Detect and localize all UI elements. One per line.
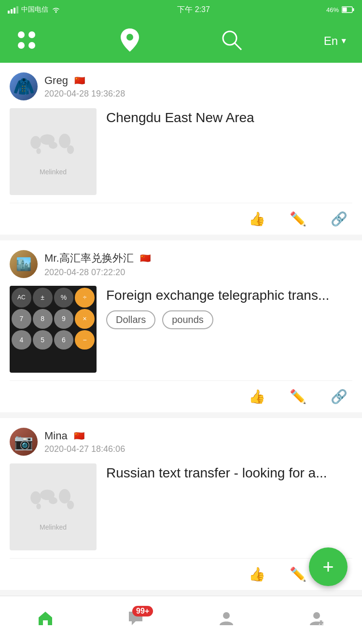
avatar-image: 🧥 [13, 76, 35, 97]
comment-button[interactable]: ✏️ [290, 566, 306, 582]
svg-point-10 [18, 42, 25, 49]
post-title: Russian text transfer - looking for a... [106, 463, 352, 482]
avatar: 🏙️ [10, 250, 38, 278]
nav-profile-settings[interactable] [308, 610, 325, 631]
svg-point-13 [223, 31, 237, 45]
home-icon [37, 610, 54, 631]
svg-point-27 [223, 612, 230, 619]
post-time: 2020-04-28 19:36:28 [44, 89, 352, 99]
post-item: 🧥 Greg 🇨🇳 2020-04-28 19:36:28 [0, 63, 362, 235]
post-text-area: Chengdu East New Area [106, 108, 352, 127]
like-button[interactable]: 👍 [249, 389, 265, 405]
tag-dollars[interactable]: Dollars [106, 310, 155, 329]
create-post-fab[interactable]: + [309, 547, 348, 586]
svg-point-9 [28, 31, 35, 38]
calc-key: ± [33, 288, 53, 308]
svg-point-25 [67, 501, 74, 509]
post-content: Melinked Russian text transfer - looking… [10, 463, 352, 550]
svg-point-20 [36, 148, 41, 154]
avatar-image: 🏙️ [16, 257, 31, 272]
svg-rect-6 [353, 8, 354, 11]
post-thumbnail: AC ± % ÷ 7 8 9 × 4 5 6 − [10, 286, 97, 373]
message-badge: 99+ [132, 606, 153, 616]
post-content: Melinked Chengdu East New Area [10, 108, 352, 195]
post-text-area: Foreign exchange telegraphic trans... Do… [106, 286, 352, 329]
share-button[interactable]: 🔗 [331, 211, 348, 227]
svg-point-4 [56, 12, 57, 13]
like-button[interactable]: 👍 [249, 211, 265, 227]
nav-messages[interactable]: 99+ [127, 610, 144, 631]
svg-point-23 [49, 497, 57, 504]
calc-key: 4 [12, 330, 31, 350]
comment-button[interactable]: ✏️ [290, 211, 306, 227]
calc-key: 9 [54, 309, 74, 329]
svg-rect-0 [8, 11, 10, 14]
calc-key: − [75, 330, 95, 350]
comment-button[interactable]: ✏️ [290, 389, 306, 405]
svg-rect-7 [343, 8, 347, 12]
profile-settings-icon [308, 610, 325, 631]
svg-line-14 [235, 43, 241, 50]
flag-icon: 🇨🇳 [138, 253, 153, 264]
post-actions: 👍 ✏️ 🔗 [10, 380, 352, 412]
signal-icon [8, 6, 18, 14]
nav-home[interactable] [37, 610, 54, 631]
calc-key: 6 [54, 330, 74, 350]
post-actions: 👍 ✏️ 🔗 [10, 558, 352, 590]
svg-point-26 [36, 504, 41, 509]
calc-key: % [54, 288, 74, 308]
status-left: 中国电信 [8, 5, 61, 14]
svg-rect-2 [14, 8, 15, 14]
post-content: AC ± % ÷ 7 8 9 × 4 5 6 − Foreign exch [10, 286, 352, 373]
post-meta: Greg 🇨🇳 2020-04-28 19:36:28 [44, 74, 352, 99]
app-header: En ▼ [0, 19, 362, 63]
map-thumbnail: Melinked [10, 108, 97, 195]
post-text-area: Russian text transfer - looking for a... [106, 463, 352, 482]
post-username: Mina 🇨🇳 [44, 430, 352, 442]
svg-point-21 [30, 491, 41, 504]
post-title: Foreign exchange telegraphic trans... [106, 286, 352, 305]
calc-key: 8 [33, 309, 53, 329]
svg-point-28 [313, 612, 320, 619]
svg-rect-3 [16, 6, 18, 14]
contacts-icon [218, 610, 235, 631]
post-thumbnail: Melinked [10, 463, 97, 550]
tag-pounds[interactable]: pounds [162, 310, 213, 329]
world-map-svg [24, 483, 82, 521]
battery-percent: 46% [326, 6, 339, 14]
post-tags: Dollars pounds [106, 310, 352, 329]
post-header: 🧥 Greg 🇨🇳 2020-04-28 19:36:28 [10, 72, 352, 100]
share-button[interactable]: 🔗 [331, 389, 348, 405]
calc-key: AC [12, 288, 31, 308]
status-bar: 中国电信 下午 2:37 46% [0, 0, 362, 19]
post-actions: 👍 ✏️ 🔗 [10, 203, 352, 235]
calc-key: × [75, 309, 95, 329]
post-item: 📷 Mina 🇨🇳 2020-04-27 18:46:06 [0, 418, 362, 590]
avatar: 🧥 [10, 72, 38, 100]
flag-icon: 🇨🇳 [72, 75, 87, 86]
status-time: 下午 2:37 [177, 5, 210, 15]
world-map-svg [24, 127, 82, 166]
svg-point-11 [28, 42, 35, 49]
avatar-image: 📷 [14, 433, 33, 451]
post-meta: Mina 🇨🇳 2020-04-27 18:46:06 [44, 430, 352, 454]
calc-key: 7 [12, 309, 31, 329]
search-icon[interactable] [221, 29, 243, 53]
flag-icon: 🇨🇳 [71, 431, 87, 441]
svg-point-19 [67, 145, 74, 154]
wifi-icon [51, 6, 61, 14]
map-thumbnail: Melinked [10, 463, 97, 550]
like-button[interactable]: 👍 [249, 566, 265, 582]
thumb-map-label: Melinked [40, 523, 67, 531]
apps-icon[interactable] [14, 28, 39, 54]
language-selector[interactable]: En ▼ [324, 34, 348, 48]
location-icon[interactable] [120, 28, 140, 55]
nav-contacts[interactable] [218, 610, 235, 631]
svg-rect-1 [11, 9, 13, 14]
calc-key: 5 [33, 330, 53, 350]
post-username: Mr.高汇率兑换外汇 🇨🇳 [44, 251, 352, 266]
status-right: 46% [326, 6, 354, 14]
post-time: 2020-04-27 18:46:06 [44, 444, 352, 454]
battery-icon [342, 6, 354, 13]
post-feed: 🧥 Greg 🇨🇳 2020-04-28 19:36:28 [0, 63, 362, 644]
